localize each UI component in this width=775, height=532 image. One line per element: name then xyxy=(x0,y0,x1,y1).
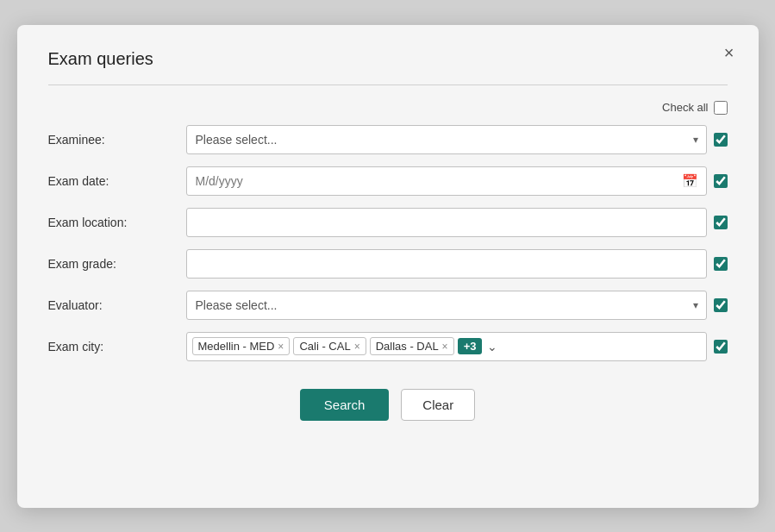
examinee-select-wrapper: Please select... ▾ xyxy=(186,125,707,154)
exam-date-input[interactable] xyxy=(186,166,707,196)
dialog-title: Exam queries xyxy=(48,49,728,69)
examinee-label: Examinee: xyxy=(48,133,186,147)
exam-date-wrapper: 📅 xyxy=(186,166,707,196)
exam-city-checkbox[interactable] xyxy=(714,340,728,354)
examinee-row: Examinee: Please select... ▾ xyxy=(48,125,728,154)
exam-grade-checkbox[interactable] xyxy=(714,257,728,271)
exam-date-row: Exam date: 📅 xyxy=(48,166,728,196)
city-more-button[interactable]: +3 xyxy=(458,338,483,354)
city-tag-cali-remove[interactable]: × xyxy=(354,341,360,352)
exam-grade-row: Exam grade: xyxy=(48,249,728,279)
city-tag-medellin-remove[interactable]: × xyxy=(278,341,284,352)
exam-location-input[interactable] xyxy=(186,208,707,237)
close-button[interactable]: × xyxy=(724,44,734,61)
exam-city-field[interactable]: Medellin - MED × Cali - CAL × Dallas - D… xyxy=(186,332,707,361)
exam-location-checkbox[interactable] xyxy=(714,216,728,229)
evaluator-checkbox[interactable] xyxy=(714,298,728,312)
exam-queries-dialog: Exam queries × Check all Examinee: Pleas… xyxy=(17,25,759,508)
city-dropdown-icon[interactable]: ⌄ xyxy=(487,340,497,354)
examinee-select[interactable]: Please select... xyxy=(186,125,707,154)
city-tag-dallas-label: Dallas - DAL xyxy=(376,340,439,353)
city-tag-medellin-label: Medellin - MED xyxy=(198,340,275,353)
exam-grade-input[interactable] xyxy=(186,249,707,279)
exam-location-label: Exam location: xyxy=(48,216,186,229)
search-button[interactable]: Search xyxy=(300,389,390,421)
city-tag-cali: Cali - CAL × xyxy=(293,337,366,355)
evaluator-select-wrapper: Please select... ▾ xyxy=(186,291,707,320)
exam-city-row: Exam city: Medellin - MED × Cali - CAL ×… xyxy=(48,332,728,361)
evaluator-row: Evaluator: Please select... ▾ xyxy=(48,291,728,320)
divider xyxy=(48,84,728,85)
city-tag-cali-label: Cali - CAL xyxy=(299,340,350,353)
clear-button[interactable]: Clear xyxy=(401,389,475,421)
exam-date-label: Exam date: xyxy=(48,174,186,188)
city-tag-medellin: Medellin - MED × xyxy=(192,337,291,355)
exam-grade-label: Exam grade: xyxy=(48,257,186,271)
city-tag-dallas-remove[interactable]: × xyxy=(442,341,448,352)
exam-city-label: Exam city: xyxy=(48,340,186,354)
exam-date-checkbox[interactable] xyxy=(714,174,728,188)
exam-location-row: Exam location: xyxy=(48,208,728,237)
evaluator-label: Evaluator: xyxy=(48,298,186,312)
evaluator-select[interactable]: Please select... xyxy=(186,291,707,320)
check-all-label: Check all xyxy=(662,101,708,114)
button-row: Search Clear xyxy=(48,389,728,421)
check-all-row: Check all xyxy=(48,101,728,115)
check-all-checkbox[interactable] xyxy=(714,101,728,115)
examinee-checkbox[interactable] xyxy=(714,133,728,147)
city-tag-dallas: Dallas - DAL × xyxy=(370,337,454,355)
